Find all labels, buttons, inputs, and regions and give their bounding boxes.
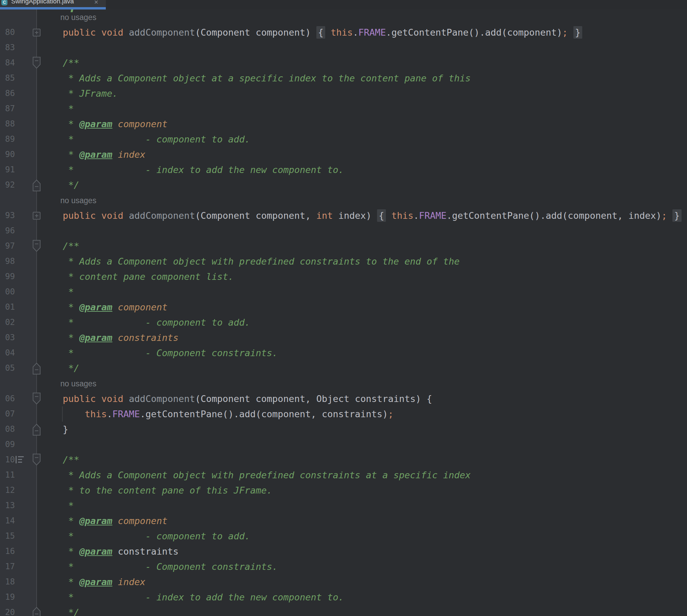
code-row: 14 * @param component: [0, 513, 687, 528]
code-token-doctag: @param: [79, 302, 113, 312]
code-token-doc: * - index to add the new component to.: [41, 592, 344, 602]
folded-brace-region[interactable]: {: [377, 209, 386, 222]
code-line[interactable]: [0, 223, 687, 238]
folded-brace-region[interactable]: }: [573, 26, 582, 39]
java-class-icon: C: [1, 0, 7, 5]
code-area: no usages80 public void addComponent(Com…: [0, 9, 687, 616]
code-row: 07 this.FRAME.getContentPane().add(compo…: [0, 406, 687, 422]
tab-title: SwingApplication.java: [11, 0, 74, 5]
code-line[interactable]: public void addComponent(Component compo…: [0, 25, 687, 40]
code-line[interactable]: * - index to add the new component to.: [0, 590, 687, 605]
code-line[interactable]: *: [0, 498, 687, 513]
code-line[interactable]: */: [0, 605, 687, 616]
code-line[interactable]: *: [0, 284, 687, 300]
code-token-doc: * - index to add the new component to.: [41, 165, 344, 175]
code-line[interactable]: * - component to add.: [0, 528, 687, 544]
code-token-def: .: [107, 409, 112, 419]
code-row: 01 * @param component: [0, 300, 687, 315]
code-line[interactable]: * @param component: [0, 513, 687, 528]
active-tab-underline: [0, 7, 106, 9]
code-token-field: FRAME: [419, 210, 446, 221]
code-line[interactable]: * @param component: [0, 116, 687, 132]
no-usages-hint[interactable]: no usages: [60, 9, 96, 25]
code-token-docparam: component: [112, 516, 168, 526]
code-row: 08 }: [0, 422, 687, 437]
code-row: 89 * - component to add.: [0, 132, 687, 147]
folded-brace-region[interactable]: {: [316, 26, 325, 39]
code-line[interactable]: [0, 40, 687, 55]
code-token-doc: *: [41, 577, 79, 587]
code-line[interactable]: *: [0, 101, 687, 116]
code-token-doctag: @param: [79, 577, 113, 587]
code-token-kw: this: [331, 27, 353, 38]
code-line[interactable]: public void addComponent(Component compo…: [0, 208, 687, 223]
code-line[interactable]: * @param constraints: [0, 330, 687, 345]
code-line[interactable]: * Adds a Component object with predefine…: [0, 254, 687, 269]
code-token-semi: ;: [662, 210, 667, 221]
code-token-docparam: constraints: [112, 332, 178, 343]
code-token-doc: * Adds a Component object with predefine…: [41, 470, 471, 480]
no-usages-hint[interactable]: no usages: [60, 193, 96, 208]
code-row: 86 * JFrame.: [0, 86, 687, 101]
code-line[interactable]: * Adds a Component object with predefine…: [0, 467, 687, 483]
code-token-doc: * JFrame.: [41, 88, 118, 99]
code-line[interactable]: * - component to add.: [0, 132, 687, 147]
code-token-doc: *: [41, 103, 74, 114]
code-token-doc: /**: [41, 58, 79, 68]
code-row: 03 * @param constraints: [0, 330, 687, 345]
code-token-doc: *: [41, 516, 79, 526]
code-row: 16 * @param constraints: [0, 544, 687, 559]
code-line[interactable]: */: [0, 177, 687, 193]
code-line[interactable]: * JFrame.: [0, 86, 687, 101]
code-token-def: (Component component,: [195, 210, 316, 221]
code-row: 09: [0, 437, 687, 452]
code-token-doc: *: [41, 546, 79, 557]
code-token-def: (Component component, Object constraints…: [195, 393, 432, 404]
code-line[interactable]: * - Component constraints.: [0, 345, 687, 361]
code-token-doc: * content pane component list.: [41, 271, 234, 282]
tab-swingapplication-java[interactable]: C SwingApplication.java ✕: [0, 0, 106, 9]
code-token-def: [325, 27, 331, 38]
code-line[interactable]: * to the content pane of this JFrame.: [0, 483, 687, 498]
code-line[interactable]: /**: [0, 452, 687, 467]
code-line[interactable]: */: [0, 361, 687, 376]
code-row: 92 */: [0, 177, 687, 193]
code-token-def: (Component component): [195, 27, 316, 38]
code-token-def: [386, 210, 391, 221]
code-token-def: index): [333, 210, 377, 221]
code-token-kw: public void: [63, 210, 129, 221]
code-line[interactable]: * @param index: [0, 147, 687, 162]
folded-brace-region[interactable]: }: [672, 209, 681, 222]
code-line[interactable]: * content pane component list.: [0, 269, 687, 284]
code-row: 12 * to the content pane of this JFrame.: [0, 483, 687, 498]
code-line[interactable]: * - component to add.: [0, 315, 687, 330]
code-token-doc: *: [41, 500, 74, 511]
close-tab-icon[interactable]: ✕: [94, 0, 98, 5]
code-token-def: .getContentPane().add(component): [386, 27, 562, 38]
code-line[interactable]: * Adds a Component object at a specific …: [0, 71, 687, 86]
no-usages-hint[interactable]: no usages: [60, 376, 96, 391]
code-token-def: [41, 393, 63, 404]
code-line[interactable]: public void addComponent(Component compo…: [0, 391, 687, 406]
code-line[interactable]: this.FRAME.getContentPane().add(componen…: [0, 406, 687, 422]
code-line[interactable]: * @param index: [0, 574, 687, 590]
code-line[interactable]: /**: [0, 55, 687, 71]
code-line[interactable]: [0, 437, 687, 452]
code-token-doc: */: [41, 363, 79, 373]
code-row: 11 * Adds a Component object with predef…: [0, 467, 687, 483]
code-line[interactable]: /**: [0, 238, 687, 254]
code-token-def: [667, 210, 672, 221]
code-token-doctag: @param: [79, 546, 113, 557]
code-token-doc: * - component to add.: [41, 134, 250, 145]
code-line[interactable]: * - index to add the new component to.: [0, 162, 687, 177]
code-token-doc: */: [41, 180, 79, 190]
code-token-def: }: [41, 424, 68, 435]
code-line[interactable]: * @param constraints: [0, 544, 687, 559]
code-row: 88 * @param component: [0, 116, 687, 132]
code-line[interactable]: }: [0, 422, 687, 437]
code-token-kw: this: [85, 409, 107, 419]
code-row: 05 */: [0, 361, 687, 376]
code-line[interactable]: * @param component: [0, 300, 687, 315]
code-token-field: FRAME: [112, 409, 140, 419]
code-line[interactable]: * - Component constraints.: [0, 559, 687, 574]
